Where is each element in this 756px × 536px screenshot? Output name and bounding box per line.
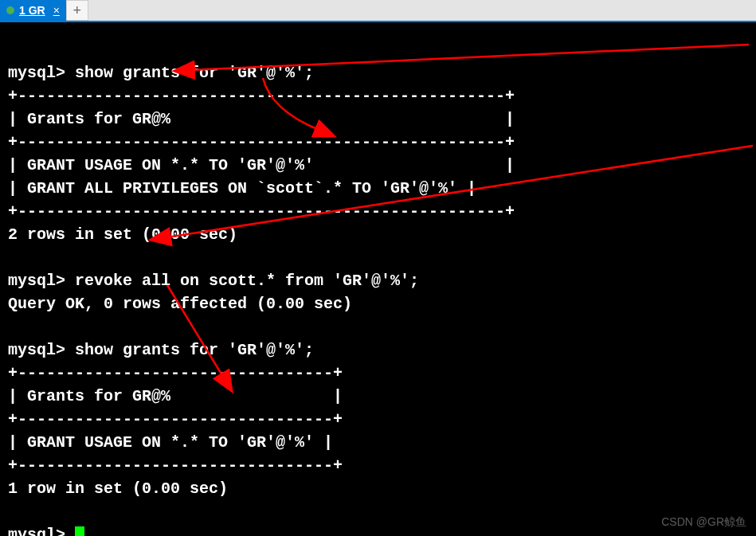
terminal-line: Query OK, 0 rows affected (0.00 sec) [8,295,352,313]
terminal-line: +---------------------------------------… [8,202,515,221]
plus-icon: + [73,2,82,19]
terminal-line: +---------------------------------+ [8,456,343,475]
terminal-line: +---------------------------------+ [8,410,343,428]
terminal-line: mysql> show grants for 'GR'@'%'; [8,341,314,359]
connection-status-icon [6,6,14,14]
watermark: CSDN @GR鲸鱼 [661,515,746,530]
terminal-line: +---------------------------------------… [8,87,515,105]
terminal-line: | GRANT USAGE ON *.* TO 'GR'@'%' | [8,156,515,174]
add-tab-button[interactable]: + [66,0,88,21]
terminal-line: 1 row in set (0.00 sec) [8,479,228,498]
terminal-line: +---------------------------------+ [8,364,343,382]
terminal-line: +---------------------------------------… [8,133,515,151]
terminal-line: | Grants for GR@% | [8,387,343,405]
tab-active[interactable]: 1 GR × [0,0,66,21]
terminal-line: | GRANT USAGE ON *.* TO 'GR'@'%' | [8,433,333,452]
tab-title: 1 GR [19,4,45,17]
terminal-line: mysql> show grants for 'GR'@'%'; [8,64,314,82]
terminal-line: 2 rows in set (0.00 sec) [8,225,237,244]
terminal-output[interactable]: mysql> show grants for 'GR'@'%'; +------… [0,22,756,536]
cursor-icon [75,526,84,536]
tab-bar: 1 GR × + [0,0,756,22]
terminal-line: | Grants for GR@% | [8,110,515,128]
close-icon[interactable]: × [53,4,60,17]
terminal-prompt: mysql> [8,526,75,536]
terminal-line: | GRANT ALL PRIVILEGES ON `scott`.* TO '… [8,179,476,198]
terminal-line: mysql> revoke all on scott.* from 'GR'@'… [8,272,419,290]
